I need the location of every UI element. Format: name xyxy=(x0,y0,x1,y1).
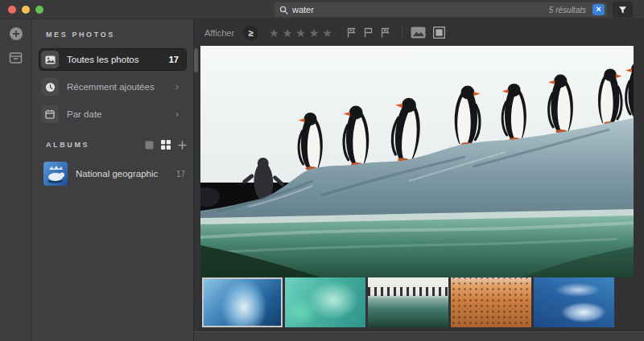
album-label: National geographic xyxy=(76,169,158,179)
grid-view-icon[interactable] xyxy=(161,140,171,150)
star-rating-filter[interactable]: ★ ★ ★ ★ ★ xyxy=(269,27,332,39)
list-view-icon[interactable] xyxy=(145,141,154,150)
titlebar: 5 résultats × xyxy=(0,0,644,19)
clock-icon xyxy=(41,78,59,96)
thumbnail-orange-beach[interactable] xyxy=(451,277,531,327)
photo-grid-view-icon[interactable] xyxy=(411,27,426,39)
albums-header: ALBUMS xyxy=(46,141,89,149)
search-box[interactable]: 5 résultats × xyxy=(275,2,607,17)
photo-count-badge: 17 xyxy=(169,55,179,64)
filter-button[interactable] xyxy=(613,2,633,18)
left-rail xyxy=(0,19,32,341)
my-photos-header: MES PHOTOS xyxy=(32,29,193,48)
horizontal-scrollbar-track[interactable] xyxy=(194,331,644,341)
view-mode-buttons xyxy=(411,27,445,39)
star-icon[interactable]: ★ xyxy=(295,27,306,39)
thumbnail-ice-cave[interactable] xyxy=(202,277,283,327)
album-count-badge: 17 xyxy=(176,170,185,179)
show-label: Afficher xyxy=(204,28,234,38)
album-item-national-geographic[interactable]: National geographic 17 xyxy=(32,158,193,188)
close-window-button[interactable] xyxy=(8,6,16,14)
sidebar-item-all-photos[interactable]: Toutes les photos 17 xyxy=(39,48,187,71)
search-results-count: 5 résultats xyxy=(549,6,586,14)
add-photos-button[interactable] xyxy=(9,27,23,41)
minimize-window-button[interactable] xyxy=(22,6,30,14)
flag-filters xyxy=(345,27,391,39)
toolbar-divider xyxy=(402,27,402,39)
star-icon[interactable]: ★ xyxy=(283,27,293,39)
thumbnail-green-fish[interactable] xyxy=(285,277,365,327)
add-album-button[interactable] xyxy=(178,141,187,150)
chevron-right-icon: › xyxy=(175,82,179,92)
funnel-icon xyxy=(617,5,628,15)
sidebar: MES PHOTOS Toutes les photos 17 Récemmen… xyxy=(32,19,193,341)
albums-header-row: ALBUMS xyxy=(32,140,193,158)
thumbnail-polar-bear[interactable] xyxy=(534,277,614,327)
sidebar-item-label: Toutes les photos xyxy=(67,55,139,64)
flag-pick-icon[interactable] xyxy=(345,27,357,39)
app-body: MES PHOTOS Toutes les photos 17 Récemmen… xyxy=(0,19,644,341)
album-cover-thumbnail xyxy=(43,162,68,186)
star-icon[interactable]: ★ xyxy=(309,27,320,39)
window-controls xyxy=(8,6,43,14)
rating-operator-button[interactable]: ≥ xyxy=(243,25,258,40)
main-photo-penguins xyxy=(200,46,634,277)
photo-icon xyxy=(41,51,59,68)
filmstrip xyxy=(194,277,644,327)
flag-neutral-icon[interactable] xyxy=(362,27,374,39)
thumbnail-penguins-waterline[interactable] xyxy=(368,277,448,327)
sidebar-item-label: Récemment ajoutées xyxy=(67,82,155,92)
calendar-icon xyxy=(41,105,59,123)
star-icon[interactable]: ★ xyxy=(322,27,332,39)
search-input[interactable] xyxy=(292,5,549,14)
chevron-right-icon: › xyxy=(175,109,179,119)
clear-search-button[interactable]: × xyxy=(592,4,605,15)
library-archive-icon[interactable] xyxy=(9,51,23,64)
single-photo-view-icon[interactable] xyxy=(433,27,445,39)
flag-reject-icon[interactable] xyxy=(379,27,391,39)
search-icon xyxy=(279,6,288,14)
star-icon[interactable]: ★ xyxy=(269,27,279,39)
sidebar-item-by-date[interactable]: Par date › xyxy=(39,103,187,125)
main-photo-viewer[interactable] xyxy=(200,46,634,277)
view-toolbar: Afficher ≥ ★ ★ ★ ★ ★ xyxy=(194,19,644,46)
zoom-window-button[interactable] xyxy=(35,6,43,14)
content-scrollbar-thumb[interactable] xyxy=(194,48,198,72)
sidebar-item-recently-added[interactable]: Récemment ajoutées › xyxy=(39,76,187,98)
sidebar-item-label: Par date xyxy=(67,109,101,119)
content-area: Afficher ≥ ★ ★ ★ ★ ★ xyxy=(193,19,644,341)
